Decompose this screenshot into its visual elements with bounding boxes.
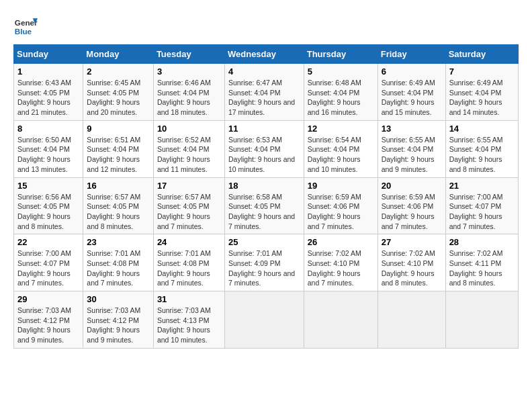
calendar-day-cell: 1 Sunrise: 6:43 AMSunset: 4:05 PMDayligh… xyxy=(14,64,83,121)
day-number: 21 xyxy=(449,181,515,191)
day-number: 9 xyxy=(87,124,150,134)
calendar-day-cell: 31 Sunrise: 7:03 AMSunset: 4:13 PMDaylig… xyxy=(153,291,224,349)
day-number: 28 xyxy=(449,237,515,247)
day-info: Sunrise: 6:52 AMSunset: 4:04 PMDaylight:… xyxy=(157,136,211,173)
day-number: 22 xyxy=(17,237,79,247)
calendar-day-cell: 7 Sunrise: 6:49 AMSunset: 4:04 PMDayligh… xyxy=(445,64,518,121)
calendar-day-cell: 2 Sunrise: 6:45 AMSunset: 4:05 PMDayligh… xyxy=(83,64,154,121)
calendar-table: SundayMondayTuesdayWednesdayThursdayFrid… xyxy=(13,44,519,349)
day-info: Sunrise: 7:03 AMSunset: 4:12 PMDaylight:… xyxy=(17,306,71,344)
calendar-day-cell xyxy=(378,291,445,349)
day-info: Sunrise: 6:57 AMSunset: 4:05 PMDaylight:… xyxy=(157,193,211,230)
day-number: 27 xyxy=(382,237,442,247)
day-number: 20 xyxy=(382,181,442,191)
calendar-week-row: 22 Sunrise: 7:00 AMSunset: 4:07 PMDaylig… xyxy=(14,234,519,291)
day-info: Sunrise: 7:02 AMSunset: 4:11 PMDaylight:… xyxy=(449,249,503,287)
calendar-day-cell: 18 Sunrise: 6:58 AMSunset: 4:05 PMDaylig… xyxy=(224,177,304,234)
day-info: Sunrise: 6:50 AMSunset: 4:04 PMDaylight:… xyxy=(17,136,71,173)
day-number: 5 xyxy=(308,66,374,77)
day-info: Sunrise: 6:45 AMSunset: 4:05 PMDaylight:… xyxy=(87,79,140,116)
day-info: Sunrise: 6:57 AMSunset: 4:05 PMDaylight:… xyxy=(87,193,140,230)
calendar-day-header: Thursday xyxy=(304,45,378,64)
page-header: General Blue xyxy=(13,13,519,38)
calendar-week-row: 8 Sunrise: 6:50 AMSunset: 4:04 PMDayligh… xyxy=(14,120,519,177)
day-number: 31 xyxy=(157,294,221,304)
calendar-day-header: Tuesday xyxy=(153,45,224,64)
calendar-day-cell: 30 Sunrise: 7:03 AMSunset: 4:12 PMDaylig… xyxy=(83,291,154,349)
calendar-day-cell: 12 Sunrise: 6:54 AMSunset: 4:04 PMDaylig… xyxy=(304,120,378,177)
day-info: Sunrise: 6:59 AMSunset: 4:06 PMDaylight:… xyxy=(382,193,435,230)
calendar-day-cell: 17 Sunrise: 6:57 AMSunset: 4:05 PMDaylig… xyxy=(153,177,224,234)
svg-text:Blue: Blue xyxy=(15,27,32,36)
calendar-day-cell: 9 Sunrise: 6:51 AMSunset: 4:04 PMDayligh… xyxy=(83,120,154,177)
calendar-day-cell: 20 Sunrise: 6:59 AMSunset: 4:06 PMDaylig… xyxy=(378,177,445,234)
calendar-day-cell: 27 Sunrise: 7:02 AMSunset: 4:10 PMDaylig… xyxy=(378,234,445,291)
day-number: 7 xyxy=(449,66,515,77)
day-number: 25 xyxy=(228,237,300,247)
calendar-day-cell: 21 Sunrise: 7:00 AMSunset: 4:07 PMDaylig… xyxy=(445,177,518,234)
day-info: Sunrise: 6:47 AMSunset: 4:04 PMDaylight:… xyxy=(228,79,295,116)
day-number: 3 xyxy=(157,66,221,77)
day-info: Sunrise: 6:49 AMSunset: 4:04 PMDaylight:… xyxy=(382,79,435,116)
calendar-day-cell: 11 Sunrise: 6:53 AMSunset: 4:04 PMDaylig… xyxy=(224,120,304,177)
day-number: 29 xyxy=(17,294,79,304)
day-info: Sunrise: 7:03 AMSunset: 4:13 PMDaylight:… xyxy=(157,306,211,344)
calendar-day-header: Sunday xyxy=(14,45,83,64)
day-info: Sunrise: 6:49 AMSunset: 4:04 PMDaylight:… xyxy=(449,79,503,116)
day-number: 16 xyxy=(87,181,150,191)
day-number: 1 xyxy=(17,66,79,77)
day-number: 19 xyxy=(308,181,374,191)
day-info: Sunrise: 6:55 AMSunset: 4:04 PMDaylight:… xyxy=(449,136,503,173)
day-info: Sunrise: 7:02 AMSunset: 4:10 PMDaylight:… xyxy=(382,249,435,287)
day-info: Sunrise: 7:00 AMSunset: 4:07 PMDaylight:… xyxy=(449,193,503,230)
day-info: Sunrise: 7:02 AMSunset: 4:10 PMDaylight:… xyxy=(308,249,361,287)
calendar-day-cell: 5 Sunrise: 6:48 AMSunset: 4:04 PMDayligh… xyxy=(304,64,378,121)
calendar-day-cell: 29 Sunrise: 7:03 AMSunset: 4:12 PMDaylig… xyxy=(14,291,83,349)
calendar-day-cell: 26 Sunrise: 7:02 AMSunset: 4:10 PMDaylig… xyxy=(304,234,378,291)
day-info: Sunrise: 7:01 AMSunset: 4:09 PMDaylight:… xyxy=(228,249,295,287)
day-number: 13 xyxy=(382,124,442,134)
day-info: Sunrise: 6:59 AMSunset: 4:06 PMDaylight:… xyxy=(308,193,361,230)
day-info: Sunrise: 6:48 AMSunset: 4:04 PMDaylight:… xyxy=(308,79,361,116)
calendar-day-cell: 19 Sunrise: 6:59 AMSunset: 4:06 PMDaylig… xyxy=(304,177,378,234)
day-number: 8 xyxy=(17,124,79,134)
calendar-day-cell xyxy=(304,291,378,349)
calendar-day-cell: 6 Sunrise: 6:49 AMSunset: 4:04 PMDayligh… xyxy=(378,64,445,121)
day-info: Sunrise: 6:51 AMSunset: 4:04 PMDaylight:… xyxy=(87,136,140,173)
day-info: Sunrise: 6:55 AMSunset: 4:04 PMDaylight:… xyxy=(382,136,435,173)
day-info: Sunrise: 6:46 AMSunset: 4:04 PMDaylight:… xyxy=(157,79,211,116)
calendar-header-row: SundayMondayTuesdayWednesdayThursdayFrid… xyxy=(14,45,519,64)
calendar-day-cell: 8 Sunrise: 6:50 AMSunset: 4:04 PMDayligh… xyxy=(14,120,83,177)
day-info: Sunrise: 7:01 AMSunset: 4:08 PMDaylight:… xyxy=(87,249,140,287)
logo: General Blue xyxy=(13,13,38,38)
calendar-day-cell: 16 Sunrise: 6:57 AMSunset: 4:05 PMDaylig… xyxy=(83,177,154,234)
calendar-day-cell xyxy=(445,291,518,349)
day-info: Sunrise: 7:01 AMSunset: 4:08 PMDaylight:… xyxy=(157,249,211,287)
calendar-day-cell: 15 Sunrise: 6:56 AMSunset: 4:05 PMDaylig… xyxy=(14,177,83,234)
calendar-day-cell: 14 Sunrise: 6:55 AMSunset: 4:04 PMDaylig… xyxy=(445,120,518,177)
day-number: 30 xyxy=(87,294,150,304)
calendar-day-cell: 28 Sunrise: 7:02 AMSunset: 4:11 PMDaylig… xyxy=(445,234,518,291)
day-number: 26 xyxy=(308,237,374,247)
calendar-day-header: Saturday xyxy=(445,45,518,64)
day-number: 15 xyxy=(17,181,79,191)
calendar-day-cell: 13 Sunrise: 6:55 AMSunset: 4:04 PMDaylig… xyxy=(378,120,445,177)
calendar-day-cell: 10 Sunrise: 6:52 AMSunset: 4:04 PMDaylig… xyxy=(153,120,224,177)
day-number: 17 xyxy=(157,181,221,191)
day-number: 2 xyxy=(87,66,150,77)
day-info: Sunrise: 6:43 AMSunset: 4:05 PMDaylight:… xyxy=(17,79,71,116)
day-info: Sunrise: 6:53 AMSunset: 4:04 PMDaylight:… xyxy=(228,136,295,173)
calendar-day-header: Monday xyxy=(83,45,154,64)
day-number: 6 xyxy=(382,66,442,77)
calendar-day-cell: 3 Sunrise: 6:46 AMSunset: 4:04 PMDayligh… xyxy=(153,64,224,121)
calendar-day-cell: 25 Sunrise: 7:01 AMSunset: 4:09 PMDaylig… xyxy=(224,234,304,291)
day-number: 11 xyxy=(228,124,300,134)
day-number: 24 xyxy=(157,237,221,247)
calendar-week-row: 29 Sunrise: 7:03 AMSunset: 4:12 PMDaylig… xyxy=(14,291,519,349)
day-info: Sunrise: 6:54 AMSunset: 4:04 PMDaylight:… xyxy=(308,136,361,173)
day-info: Sunrise: 7:00 AMSunset: 4:07 PMDaylight:… xyxy=(17,249,71,287)
calendar-day-header: Friday xyxy=(378,45,445,64)
calendar-day-cell: 4 Sunrise: 6:47 AMSunset: 4:04 PMDayligh… xyxy=(224,64,304,121)
calendar-day-cell: 24 Sunrise: 7:01 AMSunset: 4:08 PMDaylig… xyxy=(153,234,224,291)
day-number: 23 xyxy=(87,237,150,247)
